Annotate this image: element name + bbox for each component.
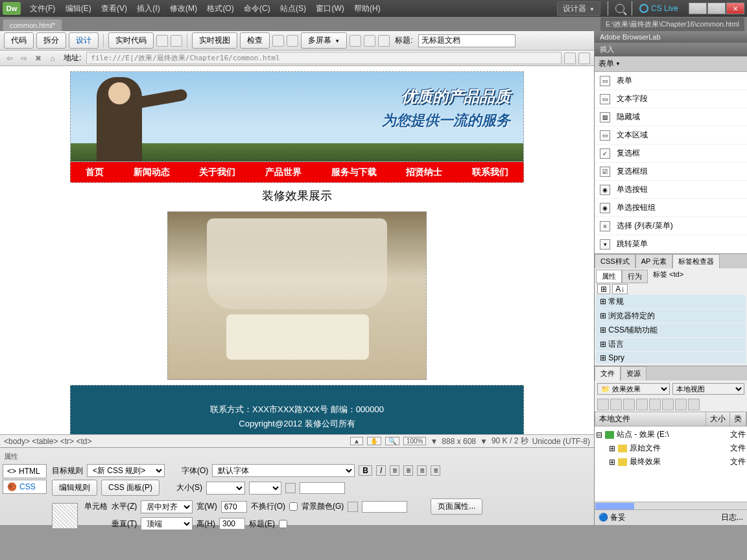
props-css-tab[interactable]: 🏀 CSS (3, 480, 47, 494)
livecode-button[interactable]: 实时代码 (108, 32, 154, 49)
tool-icon[interactable] (156, 35, 168, 47)
workspace-switcher[interactable]: 设计器 ▼ (557, 1, 600, 16)
align-center-icon[interactable]: ≡ (403, 465, 413, 476)
prop-category[interactable]: ⊞ 语言 (596, 338, 746, 352)
menu-file[interactable]: 文件(F) (30, 4, 55, 13)
subtab-attributes[interactable]: 属性 (596, 270, 622, 283)
menu-view[interactable]: 查看(V) (101, 4, 127, 13)
size-select[interactable] (206, 482, 245, 495)
tool-icon[interactable] (578, 52, 590, 64)
hand-tool-icon[interactable]: ✋ (367, 437, 381, 445)
insert-item-hidden[interactable]: ▧隐藏域 (595, 108, 747, 126)
showcase-image[interactable] (167, 211, 427, 380)
tool-icon[interactable] (364, 35, 375, 47)
nav-home-icon[interactable]: ⌂ (47, 52, 58, 64)
log-link[interactable]: 日志... (721, 512, 743, 523)
color-swatch[interactable] (285, 483, 296, 493)
nav-products[interactable]: 产品世界 (265, 167, 302, 178)
bold-icon[interactable]: B (359, 465, 372, 476)
prop-category[interactable]: ⊞ 常规 (596, 295, 746, 309)
site-select[interactable]: 📁 效果效果 (597, 383, 670, 395)
liveview-button[interactable]: 实时视图 (192, 32, 237, 49)
col-file[interactable]: 本地文件 (595, 412, 706, 426)
insert-item-form[interactable]: ▭表单 (595, 72, 747, 90)
zoom-value[interactable]: 100% (403, 437, 427, 445)
insert-item-radio[interactable]: ◉单选按钮 (595, 181, 747, 199)
tool-icon[interactable] (378, 35, 390, 47)
tree-root[interactable]: ⊟ 站点 - 效果 (E:\文件 (596, 428, 746, 441)
nav-about[interactable]: 关于我们 (199, 167, 235, 178)
horiz-select[interactable]: 居中对齐 (141, 500, 193, 513)
bgcolor-swatch[interactable] (348, 502, 358, 512)
file-tool-icon[interactable] (675, 399, 687, 410)
file-tool-icon[interactable] (597, 399, 609, 410)
menu-window[interactable]: 窗口(W) (316, 4, 344, 13)
tab-files[interactable]: 文件 (595, 366, 621, 380)
font-select[interactable]: 默认字体 (212, 464, 355, 477)
tree-folder[interactable]: ⊞ 最终效果文件 (596, 455, 746, 469)
insert-item-textarea[interactable]: ▭文本区域 (595, 126, 747, 145)
nav-news[interactable]: 新闻动态 (134, 167, 170, 178)
document-tab[interactable]: common.html* (3, 19, 62, 31)
select-tool-icon[interactable]: ▲ (350, 437, 363, 445)
nav-service[interactable]: 服务与下载 (331, 167, 377, 178)
inspect-button[interactable]: 检查 (240, 32, 270, 49)
align-justify-icon[interactable]: ≡ (431, 465, 440, 476)
menu-site[interactable]: 站点(S) (280, 4, 306, 13)
insert-item-jumpmenu[interactable]: ▾跳转菜单 (595, 235, 747, 253)
tab-resources[interactable]: 资源 (621, 366, 646, 380)
canvas-dims[interactable]: 888 x 608 (442, 437, 476, 446)
multiscreen-button[interactable]: 多屏幕 ▼ (301, 32, 347, 49)
tab-tag-inspector[interactable]: 标签检查器 (672, 254, 720, 268)
design-canvas[interactable]: 优质的产品品质 为您提供一流的服务 首页 新闻动态 关于我们 产品世界 服务与下… (0, 66, 594, 434)
site-nav[interactable]: 首页 新闻动态 关于我们 产品世界 服务与下载 招贤纳士 联系我们 (70, 162, 524, 183)
file-tool-icon[interactable] (636, 399, 648, 410)
nowrap-checkbox[interactable] (289, 502, 298, 511)
page-props-button[interactable]: 页面属性... (431, 498, 482, 515)
file-tool-icon[interactable] (688, 399, 700, 410)
menu-insert[interactable]: 插入(I) (137, 4, 160, 13)
nav-back-icon[interactable]: ⇦ (4, 52, 16, 64)
tool-icon[interactable] (287, 35, 298, 47)
bgcolor-input[interactable] (362, 501, 407, 513)
width-input[interactable] (221, 501, 247, 513)
zoom-tool-icon[interactable]: 🔍 (385, 437, 399, 445)
address-input[interactable] (86, 52, 562, 64)
file-tool-icon[interactable] (649, 399, 661, 410)
header-checkbox[interactable] (279, 520, 287, 528)
maximize-button[interactable]: ❐ (707, 3, 726, 14)
insert-item-textfield[interactable]: ▭文本字段 (595, 90, 747, 108)
tree-folder[interactable]: ⊞ 原始文件文件 (596, 441, 746, 455)
props-html-tab[interactable]: <> HTML (3, 464, 47, 478)
nav-jobs[interactable]: 招贤纳士 (406, 167, 442, 178)
section-title[interactable]: 装修效果展示 (70, 183, 524, 209)
nav-contact[interactable]: 联系我们 (472, 167, 508, 178)
tab-ap-elements[interactable]: AP 元素 (635, 254, 673, 268)
tab-css-styles[interactable]: CSS样式 (595, 254, 635, 268)
file-tool-icon[interactable] (610, 399, 622, 410)
align-left-icon[interactable]: ≡ (390, 465, 399, 476)
tool-icon[interactable] (350, 35, 361, 47)
design-view-button[interactable]: 设计 (69, 32, 99, 49)
insert-panel-header[interactable]: 插入 (595, 43, 747, 56)
prop-category[interactable]: ⊞ Spry (596, 352, 746, 364)
search-icon[interactable] (615, 4, 624, 13)
size-unit-select[interactable] (249, 482, 281, 495)
prop-category[interactable]: ⊞ 浏览器特定的 (596, 309, 746, 323)
css-panel-button[interactable]: CSS 面板(P) (101, 480, 160, 496)
list-view-icon[interactable]: A↓ (612, 284, 628, 294)
align-right-icon[interactable]: ≡ (417, 465, 427, 476)
code-view-button[interactable]: 代码 (4, 32, 34, 49)
view-select[interactable]: 本地视图 (672, 383, 745, 395)
menu-edit[interactable]: 编辑(E) (65, 4, 91, 13)
tool-icon[interactable] (564, 52, 576, 64)
insert-category[interactable]: 表单 ▼ (595, 56, 747, 72)
height-input[interactable] (219, 518, 245, 530)
tag-path[interactable]: <body> <table> <tr> <td> (4, 437, 91, 446)
nav-home[interactable]: 首页 (86, 167, 104, 178)
close-button[interactable]: ✕ (726, 3, 744, 14)
insert-item-checkboxgroup[interactable]: ☑复选框组 (595, 163, 747, 181)
category-view-icon[interactable]: ⊞ (597, 284, 610, 294)
color-input[interactable] (300, 482, 345, 494)
col-type[interactable]: 类 (730, 412, 746, 426)
